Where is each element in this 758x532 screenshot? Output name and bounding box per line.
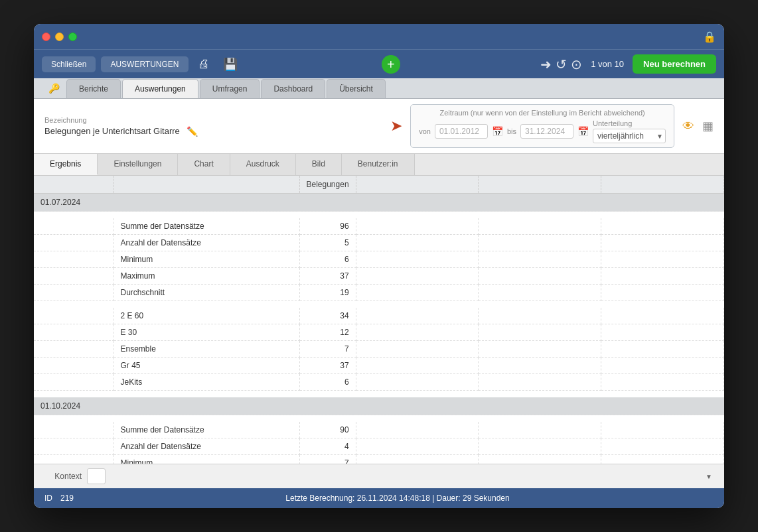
row-label: Durchschnitt (114, 285, 299, 301)
row-extra2 (479, 455, 601, 464)
lock-icon: 🔒 (703, 31, 716, 43)
subtab-bild[interactable]: Bild (296, 154, 342, 175)
row-empty (34, 308, 114, 324)
maximize-button[interactable] (68, 33, 77, 41)
table-row: Gr 45 37 (34, 358, 724, 374)
row-empty (34, 218, 114, 235)
table-row: Summe der Datensätze 90 (34, 422, 724, 438)
table-row: Minimum 7 (34, 455, 724, 464)
unterteilung-select[interactable]: vierteljährlich monatlich jährlich halbj… (593, 129, 666, 143)
data-area: Belegungen 01.07.2024 Summe der Datensät… (34, 176, 724, 464)
status-id-value: 219 (60, 494, 74, 503)
von-calendar-icon[interactable]: 📅 (492, 126, 503, 137)
row-empty (34, 235, 114, 251)
row-extra3 (601, 268, 724, 285)
row-extra3 (601, 358, 724, 374)
row-extra2 (479, 438, 601, 455)
auswertungen-button[interactable]: AUSWERTUNGEN (101, 56, 188, 72)
nav-reload-icon[interactable]: ↺ (556, 56, 567, 72)
row-extra1 (356, 251, 479, 268)
row-value: 6 (299, 251, 356, 268)
th-empty (34, 176, 114, 194)
row-extra1 (356, 422, 479, 438)
subtab-bar: Ergebnis Einstellungen Chart Ausdruck Bi… (34, 154, 724, 176)
print-button[interactable]: 🖨 (194, 54, 214, 74)
close-button[interactable] (42, 33, 50, 41)
bezeichnung-label: Bezeichnung (44, 116, 382, 124)
tab-auswertungen[interactable]: Auswertungen (122, 79, 198, 98)
subtab-ergebnis[interactable]: Ergebnis (34, 154, 98, 175)
row-empty (34, 268, 114, 285)
data-table: Belegungen 01.07.2024 Summe der Datensät… (34, 176, 724, 464)
nav-prev-icon[interactable]: ➜ (540, 56, 552, 72)
table-body: 01.07.2024 Summe der Datensätze 96 Anzah… (34, 194, 724, 464)
row-extra1 (356, 341, 479, 358)
row-extra2 (479, 285, 601, 301)
tab-uebersicht[interactable]: Übersicht (327, 79, 386, 98)
row-extra2 (479, 358, 601, 374)
von-date-input[interactable] (435, 124, 488, 139)
bis-label: bis (507, 127, 516, 135)
row-value: 90 (299, 422, 356, 438)
von-label: von (419, 127, 431, 135)
row-value: 12 (299, 324, 356, 341)
kontext-wrapper: ▼ (87, 468, 716, 484)
content-area: Bezeichnung Belegungen je Unterichtsart … (34, 99, 724, 488)
tab-umfragen[interactable]: Umfragen (200, 79, 260, 98)
subtab-chart[interactable]: Chart (178, 154, 230, 175)
row-empty (34, 251, 114, 268)
table-row: Ensemble 7 (34, 341, 724, 358)
row-extra2 (479, 422, 601, 438)
edit-icon[interactable]: ✏️ (187, 126, 198, 137)
kontext-label: Kontext (42, 472, 82, 481)
row-label: Gr 45 (114, 358, 299, 374)
row-extra3 (601, 324, 724, 341)
row-extra3 (601, 251, 724, 268)
tab-lock-icon: 🔑 (42, 78, 66, 98)
row-label: 2 E 60 (114, 308, 299, 324)
row-extra3 (601, 218, 724, 235)
eye-icon[interactable]: 👁 (682, 119, 694, 133)
th-extra2 (479, 176, 601, 194)
row-extra2 (479, 218, 601, 235)
bezeichnung-section: Bezeichnung Belegungen je Unterichtsart … (44, 116, 382, 137)
row-label: Minimum (114, 251, 299, 268)
table-icon[interactable]: ▦ (702, 119, 714, 133)
add-record-button[interactable]: + (382, 55, 400, 74)
subtab-ausdruck[interactable]: Ausdruck (230, 154, 296, 175)
row-value: 6 (299, 374, 356, 391)
row-label: E 30 (114, 324, 299, 341)
table-section-header: 01.10.2024 (34, 397, 724, 415)
bis-calendar-icon[interactable]: 📅 (577, 126, 589, 137)
row-empty (34, 341, 114, 358)
tab-bar: 🔑 Berichte Auswertungen Umfragen Dashboa… (34, 78, 724, 99)
row-extra3 (601, 374, 724, 391)
row-extra1 (356, 235, 479, 251)
bis-date-input[interactable] (520, 124, 573, 139)
neu-berechnen-button[interactable]: Neu berechnen (633, 54, 716, 74)
kontext-arrow-icon: ▼ (706, 473, 712, 480)
kontext-select[interactable] (87, 468, 106, 484)
row-extra1 (356, 324, 479, 341)
row-extra3 (601, 455, 724, 464)
tab-berichte[interactable]: Berichte (66, 79, 121, 98)
row-extra3 (601, 438, 724, 455)
table-row: Summe der Datensätze 96 (34, 218, 724, 235)
unterteilung-label: Unterteilung (593, 119, 666, 127)
row-extra1 (356, 438, 479, 455)
row-label: Summe der Datensätze (114, 422, 299, 438)
subtab-benutzer[interactable]: Benutzer:in (342, 154, 415, 175)
minimize-button[interactable] (55, 33, 64, 41)
table-header-row: Belegungen (34, 176, 724, 194)
row-value: 37 (299, 268, 356, 285)
save-button[interactable]: 💾 (219, 54, 242, 74)
row-extra2 (479, 341, 601, 358)
schliessen-button[interactable]: Schließen (42, 56, 96, 72)
arrow-right-icon: ➤ (390, 117, 402, 135)
row-empty (34, 358, 114, 374)
row-extra2 (479, 308, 601, 324)
subtab-einstellungen[interactable]: Einstellungen (98, 154, 178, 175)
nav-search-icon[interactable]: ⊙ (571, 56, 582, 72)
tab-dashboard[interactable]: Dashboard (261, 79, 325, 98)
row-extra1 (356, 374, 479, 391)
